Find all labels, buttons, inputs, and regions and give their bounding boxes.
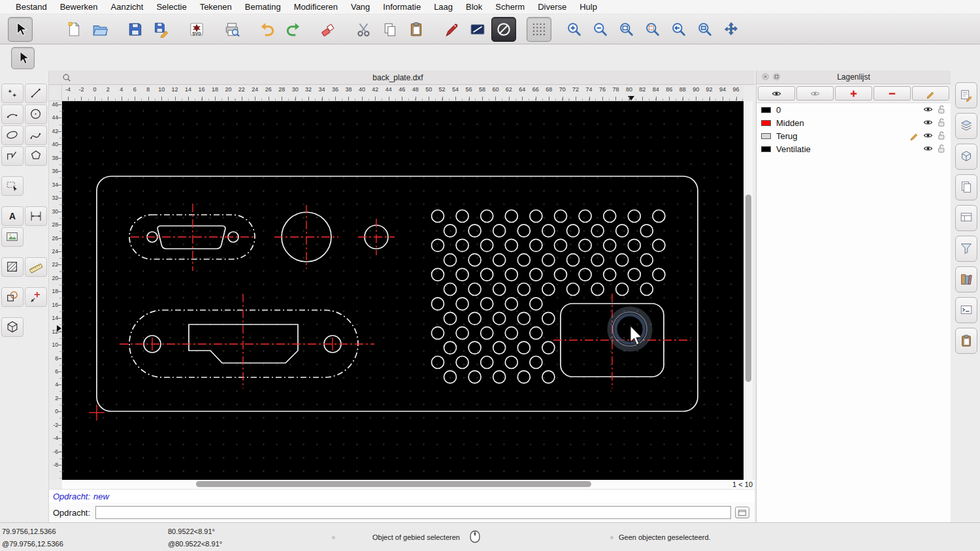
spline-tools-button[interactable] <box>25 125 47 145</box>
horizontal-scroll-thumb[interactable] <box>196 481 591 487</box>
layer-lock-icon[interactable] <box>937 118 947 128</box>
line-tools-button[interactable] <box>25 84 47 103</box>
zoom-in-button[interactable] <box>562 17 587 42</box>
circle-tools-button[interactable] <box>25 104 47 124</box>
close-panel-icon[interactable] <box>761 72 770 82</box>
zoom-selection-button[interactable] <box>640 17 665 42</box>
remove-layer-button[interactable] <box>874 86 911 101</box>
menu-aanzicht[interactable]: Aanzicht <box>105 0 150 14</box>
command-input[interactable] <box>95 506 731 519</box>
ruler-label: 34 <box>49 181 58 188</box>
projection-tools-button[interactable] <box>1 317 24 337</box>
select-tool-button[interactable] <box>11 47 35 69</box>
menu-modificeren[interactable]: Modificeren <box>287 0 344 14</box>
layer-row-terug[interactable]: Terug <box>757 129 951 142</box>
line-attributes-button[interactable] <box>465 17 490 42</box>
measure-tools-button[interactable] <box>25 257 47 277</box>
open-button[interactable] <box>88 17 112 42</box>
zoom-out-button[interactable] <box>588 17 613 42</box>
copy-button[interactable] <box>378 17 402 42</box>
command-history-dock-button[interactable] <box>955 297 977 323</box>
menu-blok[interactable]: Blok <box>459 0 489 14</box>
arc-tools-button[interactable] <box>1 104 24 124</box>
layer-visibility-icon[interactable] <box>923 144 934 154</box>
menu-informatie[interactable]: Informatie <box>376 0 427 14</box>
document-tab[interactable]: back_plate.dxf <box>71 73 725 82</box>
save-as-button[interactable] <box>149 17 174 42</box>
menu-tekenen[interactable]: Tekenen <box>193 0 238 14</box>
library-browser-dock-button[interactable] <box>955 266 977 292</box>
zoom-window-button[interactable] <box>693 17 717 42</box>
vertical-scroll-thumb[interactable] <box>745 195 751 382</box>
layer-lock-icon[interactable] <box>937 144 947 154</box>
menu-bewerken[interactable]: Bewerken <box>54 0 105 14</box>
layer-color-swatch[interactable] <box>761 120 771 126</box>
polyline-tools-button[interactable] <box>1 146 24 166</box>
property-editor-dock-button[interactable] <box>955 82 977 108</box>
zoom-auto-button[interactable] <box>614 17 639 42</box>
vertical-scrollbar[interactable] <box>743 101 753 480</box>
selection-tools-button[interactable] <box>1 176 24 196</box>
menu-bestand[interactable]: Bestand <box>9 0 54 14</box>
menu-laag[interactable]: Laag <box>427 0 459 14</box>
zoom-previous-button[interactable] <box>666 17 691 42</box>
command-expand-button[interactable] <box>735 507 749 518</box>
shape-tools-button[interactable] <box>25 146 47 166</box>
layer-row-ventilatie[interactable]: Ventilatie <box>757 142 951 155</box>
block-list-dock-button[interactable] <box>955 144 977 170</box>
menu-bemating[interactable]: Bemating <box>238 0 287 14</box>
dimension-tools-button[interactable] <box>25 206 47 226</box>
image-tools-button[interactable] <box>1 227 24 247</box>
redo-button[interactable] <box>281 17 306 42</box>
menu-hulp[interactable]: Hulp <box>573 0 604 14</box>
menu-diverse[interactable]: Diverse <box>531 0 573 14</box>
modify-tools-button[interactable] <box>1 287 24 307</box>
hatch-tools-button[interactable] <box>1 257 24 277</box>
hide-all-layers-button[interactable] <box>796 86 834 101</box>
edit-layer-button[interactable] <box>912 86 949 101</box>
layer-color-swatch[interactable] <box>761 146 771 152</box>
new-button[interactable] <box>61 17 86 42</box>
undo-button[interactable] <box>255 17 280 42</box>
layer-color-swatch[interactable] <box>761 133 771 139</box>
horizontal-scrollbar[interactable] <box>62 480 724 489</box>
no-fill-button[interactable] <box>491 17 516 42</box>
svg-export-button[interactable]: SVG <box>184 17 209 42</box>
ruler-label: 30 <box>49 208 58 215</box>
add-layer-button[interactable] <box>835 86 872 101</box>
layer-visibility-icon[interactable] <box>923 131 934 141</box>
layer-row-midden[interactable]: Midden <box>757 116 951 129</box>
menu-selectie[interactable]: Selectie <box>150 0 193 14</box>
layer-color-swatch[interactable] <box>761 107 771 113</box>
pan-button[interactable] <box>719 17 743 42</box>
relative-coordinate: @79.9756,12.5366 <box>2 540 63 548</box>
text-tools-button[interactable]: A <box>1 206 24 226</box>
print-preview-button[interactable] <box>220 17 244 42</box>
drawing-canvas[interactable] <box>62 101 743 480</box>
layer-lock-icon[interactable] <box>937 104 947 115</box>
select-button[interactable] <box>8 17 33 42</box>
view-list-dock-button[interactable] <box>955 205 977 231</box>
menu-scherm[interactable]: Scherm <box>489 0 531 14</box>
selection-filter-dock-button[interactable] <box>955 236 977 262</box>
menu-vang[interactable]: Vang <box>344 0 376 14</box>
show-all-layers-button[interactable] <box>758 86 795 101</box>
clipboard-panel-dock-button[interactable] <box>955 328 977 354</box>
grid-toggle-button[interactable] <box>527 17 551 42</box>
property-pen-button[interactable] <box>439 17 464 42</box>
sheet-list-dock-button[interactable] <box>955 174 977 200</box>
delete-button[interactable] <box>316 17 341 42</box>
layer-visibility-icon[interactable] <box>923 118 934 128</box>
paste-button[interactable] <box>404 17 429 42</box>
layer-list-dock-button[interactable] <box>955 113 977 139</box>
layer-lock-icon[interactable] <box>937 131 947 141</box>
cut-button[interactable] <box>351 17 376 42</box>
ruler-label: 14 <box>49 315 58 321</box>
float-panel-icon[interactable] <box>772 72 781 82</box>
snap-tools-button[interactable] <box>25 287 47 307</box>
save-button[interactable] <box>123 17 148 42</box>
layer-visibility-icon[interactable] <box>923 104 934 115</box>
layer-row-0[interactable]: 0 <box>757 103 951 116</box>
point-tools-button[interactable] <box>1 84 24 103</box>
ellipse-tools-button[interactable] <box>1 125 24 145</box>
